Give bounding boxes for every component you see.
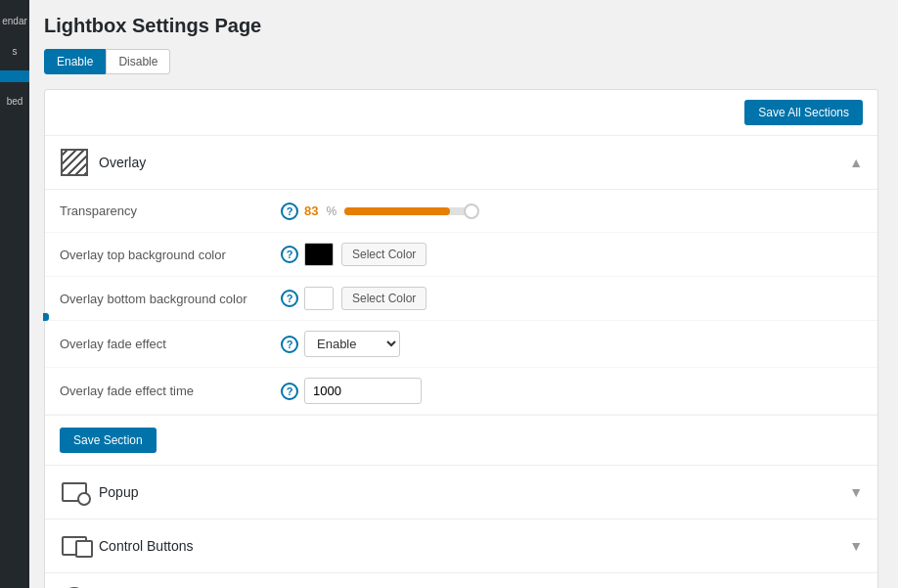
control-buttons-section: Control Buttons ▼ <box>45 519 877 572</box>
popup-section-header[interactable]: Popup ▼ <box>45 466 877 519</box>
control-buttons-icon-container <box>60 531 89 561</box>
control-buttons-chevron-icon: ▼ <box>849 538 863 554</box>
fade-effect-select[interactable]: Enable Disable <box>304 331 400 357</box>
overlay-top-color-label: Overlay top background color <box>60 248 275 262</box>
transparency-slider[interactable] <box>344 207 471 215</box>
control-buttons-section-header[interactable]: Control Buttons ▼ <box>45 520 877 572</box>
page-title: Lightbox Settings Page <box>44 15 878 37</box>
overlay-bottom-color-help-icon[interactable]: ? <box>281 290 298 307</box>
sidebar-item-calendar[interactable]: endar <box>0 10 29 32</box>
save-section-button[interactable]: Save Section <box>60 428 157 453</box>
overlay-bottom-color-label: Overlay bottom background color <box>60 292 275 306</box>
transparency-control: 83 % <box>304 204 863 218</box>
top-bar: Save All Sections <box>45 90 877 136</box>
sidebar-tab <box>43 313 49 321</box>
sidebar-item-active[interactable] <box>0 70 29 82</box>
overlay-bottom-color-control: Select Color <box>304 287 863 310</box>
disable-button[interactable]: Disable <box>106 49 170 74</box>
overlay-chevron-icon: ▲ <box>849 155 863 170</box>
toggle-buttons: Enable Disable <box>44 49 878 74</box>
sidebar: endar s bed <box>0 0 29 588</box>
overlay-bottom-color-help: ? <box>275 290 304 307</box>
fade-time-help: ? <box>275 383 304 400</box>
transparency-help-icon[interactable]: ? <box>281 203 298 220</box>
overlay-bottom-select-color-button[interactable]: Select Color <box>341 287 427 310</box>
fade-effect-label: Overlay fade effect <box>60 337 275 351</box>
overlay-bottom-color-swatch[interactable] <box>304 287 334 310</box>
overlay-icon <box>60 148 89 177</box>
fade-time-row: Overlay fade effect time ? <box>45 368 877 415</box>
slider-fill <box>344 207 450 215</box>
overlay-section-header[interactable]: Overlay ▲ <box>45 136 877 190</box>
save-section-bar: Save Section <box>45 415 877 465</box>
fade-time-control <box>304 378 863 404</box>
popup-icon <box>62 482 87 502</box>
transparency-label: Transparency <box>60 204 275 218</box>
overlay-top-color-control: Select Color <box>304 243 863 266</box>
enable-button[interactable]: Enable <box>44 49 106 74</box>
transparency-help: ? <box>275 203 304 220</box>
information-line-section-header[interactable]: i Information Line ▼ <box>45 573 877 588</box>
fade-effect-help: ? <box>275 336 304 353</box>
transparency-row: Transparency ? 83 % <box>45 190 877 233</box>
fade-time-input[interactable] <box>304 378 422 404</box>
overlay-top-color-help-icon[interactable]: ? <box>281 246 298 263</box>
overlay-top-color-swatch[interactable] <box>304 243 334 266</box>
transparency-unit: % <box>326 204 337 218</box>
sidebar-item-extra[interactable] <box>0 120 29 132</box>
transparency-value: 83 <box>304 204 318 218</box>
settings-card: Save All Sections Overlay ▲ Transparency <box>44 89 878 588</box>
control-buttons-icon <box>62 536 87 556</box>
sidebar-item-s[interactable]: s <box>0 40 29 63</box>
control-buttons-section-title: Control Buttons <box>99 538 849 554</box>
fade-time-help-icon[interactable]: ? <box>281 383 298 400</box>
overlay-section: Overlay ▲ Transparency ? 83 % <box>45 136 877 465</box>
overlay-top-select-color-button[interactable]: Select Color <box>341 243 427 266</box>
popup-icon-container <box>60 477 89 507</box>
slider-thumb[interactable] <box>464 204 479 219</box>
popup-section: Popup ▼ <box>45 465 877 519</box>
information-line-section: i Information Line ▼ <box>45 572 877 588</box>
sidebar-item-bed[interactable]: bed <box>0 90 29 113</box>
fade-effect-help-icon[interactable]: ? <box>281 336 298 353</box>
popup-chevron-icon: ▼ <box>849 484 863 500</box>
overlay-section-body: Transparency ? 83 % <box>45 190 877 465</box>
fade-time-label: Overlay fade effect time <box>60 384 275 398</box>
main-content: Lightbox Settings Page Enable Disable Sa… <box>29 0 898 588</box>
overlay-bottom-color-row: Overlay bottom background color ? Select… <box>45 277 877 321</box>
fade-effect-control: Enable Disable <box>304 331 863 357</box>
save-all-top-button[interactable]: Save All Sections <box>744 100 863 125</box>
overlay-top-color-row: Overlay top background color ? Select Co… <box>45 233 877 277</box>
overlay-top-color-help: ? <box>275 246 304 263</box>
fade-effect-row: Overlay fade effect ? Enable Disable <box>45 321 877 368</box>
popup-section-title: Popup <box>99 484 849 500</box>
overlay-section-title: Overlay <box>99 155 849 170</box>
